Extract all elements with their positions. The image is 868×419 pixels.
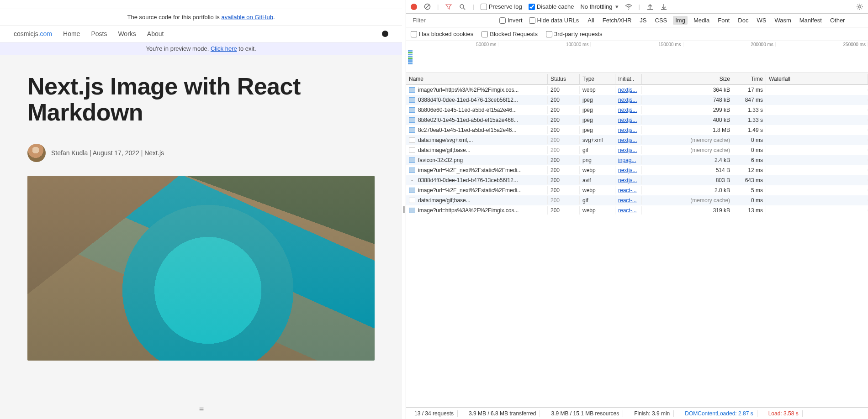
invert-checkbox[interactable]: Invert [499,17,523,24]
table-row[interactable]: 0388d4f0-0dee-11ed-b476-13ceb56f12...200… [406,95,868,105]
article-title: Next.js Image with React Markdown [27,73,375,126]
request-size: (memory cache) [642,196,733,204]
request-time: 1.49 s [733,126,766,134]
hero-image [27,176,375,361]
tab-doc[interactable]: Doc [736,16,751,25]
record-icon[interactable] [411,4,417,10]
tab-fetch[interactable]: Fetch/XHR [600,16,634,25]
blocked-requests-checkbox[interactable]: Blocked Requests [482,31,538,37]
request-time: 847 ms [733,96,766,104]
request-name: image?url=%2F_next%2Fstatic%2Fmedi... [418,167,522,173]
tab-img[interactable]: Img [673,16,688,25]
col-name[interactable]: Name [406,74,548,84]
table-row[interactable]: 0388d4f0-0dee-11ed-b476-13ceb56f12...200… [406,175,868,185]
request-type: gif [580,146,615,154]
col-time[interactable]: Time [733,74,766,84]
pane-splitter[interactable]: || [402,0,406,419]
request-initiator[interactable]: nextjs... [615,136,642,144]
drawer-handle-icon[interactable]: ≡ [199,405,203,414]
table-row[interactable]: image?url=https%3A%2F%2Fimgix.cos...200w… [406,205,868,215]
request-initiator[interactable]: react-... [615,186,642,194]
filter-row: Invert Hide data URLs All Fetch/XHR JS C… [406,14,868,27]
nav-about[interactable]: About [147,30,164,37]
request-time: 12 ms [733,166,766,174]
request-initiator[interactable]: react-... [615,206,642,215]
hide-data-urls-checkbox[interactable]: Hide data URLs [529,17,579,24]
nav-works[interactable]: Works [118,30,136,37]
request-initiator[interactable]: nextjs... [615,166,642,174]
network-table-body[interactable]: image?url=https%3A%2F%2Fimgix.cos...200w… [406,85,868,407]
theme-toggle-icon[interactable] [382,31,388,37]
tab-media[interactable]: Media [691,16,712,25]
table-row[interactable]: image?url=https%3A%2F%2Fimgix.cos...200w… [406,85,868,95]
disable-cache-checkbox[interactable]: Disable cache [529,3,574,10]
preserve-log-checkbox[interactable]: Preserve log [481,3,522,10]
request-initiator[interactable]: nextjs... [615,146,642,154]
table-row[interactable]: data:image/gif;base...200gifreact-...(me… [406,195,868,205]
article[interactable]: Next.js Image with React Markdown Stefan… [0,55,402,419]
file-type-icon [409,147,415,153]
col-size[interactable]: Size [642,74,733,84]
status-requests: 13 / 34 requests [411,410,458,417]
file-type-icon [409,127,415,133]
table-row[interactable]: 8b8e02f0-1e45-11ed-a5bd-ef15a2e468...200… [406,115,868,125]
request-initiator[interactable]: nextjs... [615,96,642,104]
request-waterfall [766,119,868,121]
tab-js[interactable]: JS [637,16,649,25]
request-initiator[interactable]: nextjs... [615,106,642,114]
col-status[interactable]: Status [548,74,580,84]
wifi-icon[interactable] [625,3,632,10]
filter-icon[interactable] [445,3,452,10]
request-initiator[interactable]: nextjs... [615,176,642,184]
table-row[interactable]: favicon-32x32.png200pnginpag...2.4 kB6 m… [406,155,868,165]
brand[interactable]: cosmicjs.com [14,30,52,37]
github-link[interactable]: available on GitHub [221,14,273,21]
request-size: 400 kB [642,116,733,124]
source-prefix: The source code for this portfolio is [127,14,221,21]
col-initiator[interactable]: Initiat.. [615,74,642,84]
request-initiator[interactable]: nextjs... [615,116,642,124]
request-status: 200 [548,86,580,94]
request-type: jpeg [580,126,615,134]
clear-icon[interactable] [423,3,431,10]
filter-input[interactable] [411,16,493,25]
status-resources: 3.9 MB / 15.1 MB resources [547,410,623,417]
request-initiator[interactable]: inpag... [615,156,642,164]
throttling-select[interactable]: No throttling [580,3,618,10]
download-icon[interactable] [660,3,667,10]
source-suffix: . [273,14,275,21]
gear-icon[interactable] [856,3,863,10]
col-waterfall[interactable]: Waterfall [766,74,868,84]
col-type[interactable]: Type [580,74,615,84]
request-initiator[interactable]: nextjs... [615,86,642,94]
third-party-checkbox[interactable]: 3rd-party requests [546,31,603,37]
tab-wasm[interactable]: Wasm [772,16,793,25]
svg-line-1 [425,5,429,9]
table-row[interactable]: 8c270ea0-1e45-11ed-a5bd-ef15a2e46...200j… [406,125,868,135]
exit-preview-link[interactable]: Click here [211,45,237,52]
table-row[interactable]: data:image/svg+xml,...200svg+xmlnextjs..… [406,135,868,145]
search-icon[interactable] [459,3,466,10]
nav-posts[interactable]: Posts [91,30,107,37]
table-row[interactable]: 8b806e60-1e45-11ed-a5bd-ef15a2e46...200j… [406,105,868,115]
blocked-cookies-checkbox[interactable]: Has blocked cookies [411,31,473,37]
nav-home[interactable]: Home [63,30,80,37]
tab-all[interactable]: All [585,16,596,25]
table-row[interactable]: image?url=%2F_next%2Fstatic%2Fmedi...200… [406,165,868,175]
table-row[interactable]: image?url=%2F_next%2Fstatic%2Fmedi...200… [406,185,868,195]
request-initiator[interactable]: nextjs... [615,126,642,134]
request-type: jpeg [580,106,615,114]
file-type-icon [409,208,415,213]
request-initiator[interactable]: react-... [615,196,642,204]
tab-manifest[interactable]: Manifest [797,16,824,25]
byline: Stefan Kudla | August 17, 2022 | Next.js [27,144,375,162]
website-pane: The source code for this portfolio is av… [0,0,402,419]
tab-font[interactable]: Font [715,16,732,25]
tab-other[interactable]: Other [828,16,847,25]
upload-icon[interactable] [646,3,654,10]
table-row[interactable]: data:image/gif;base...200gifnextjs...(me… [406,145,868,155]
overview-timeline[interactable]: 50000 ms100000 ms150000 ms200000 ms25000… [406,41,868,73]
tab-css[interactable]: CSS [653,16,670,25]
tab-ws[interactable]: WS [754,16,768,25]
request-type: gif [580,196,615,204]
